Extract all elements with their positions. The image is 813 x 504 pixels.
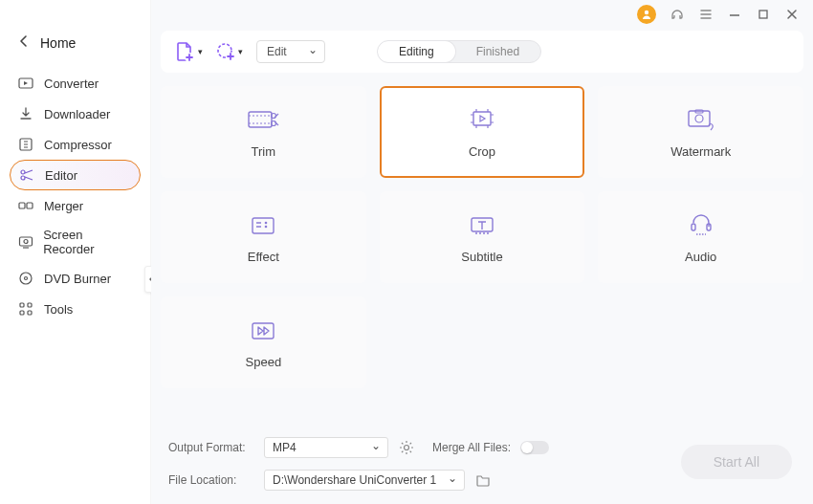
svg-rect-5 — [27, 203, 33, 208]
sidebar-item-screen-recorder[interactable]: Screen Recorder — [0, 221, 150, 263]
window-minimize-icon[interactable] — [727, 7, 742, 22]
card-label: Effect — [248, 250, 279, 264]
chevron-down-icon: ▾ — [238, 47, 243, 56]
file-location-select[interactable]: D:\Wondershare UniConverter 1 — [264, 470, 465, 491]
svg-rect-19 — [249, 112, 272, 127]
window-titlebar — [151, 0, 813, 29]
editor-scissors-icon — [18, 166, 35, 184]
svg-rect-13 — [28, 311, 32, 315]
sidebar-item-label: DVD Burner — [44, 272, 111, 286]
footer-bar: Output Format: MP4 Merge All Files: File… — [151, 427, 813, 504]
sidebar-item-converter[interactable]: Converter — [0, 68, 150, 99]
card-subtitle[interactable]: Subtitle — [380, 191, 585, 283]
tools-grid-icon — [17, 300, 34, 318]
sidebar: Home Converter Downloader Compressor Edi… — [0, 0, 151, 504]
home-label: Home — [40, 35, 76, 51]
home-row[interactable]: Home — [0, 29, 150, 68]
sidebar-item-downloader[interactable]: Downloader — [0, 99, 150, 129]
card-label: Subtitle — [461, 250, 502, 264]
user-avatar-icon[interactable] — [637, 5, 656, 24]
svg-point-33 — [405, 446, 409, 450]
tab-editing[interactable]: Editing — [378, 41, 455, 62]
sidebar-item-label: Merger — [44, 199, 83, 213]
main-area: ▾ ▾ Edit Editing Finished Trim — [151, 0, 813, 504]
compressor-icon — [17, 136, 34, 153]
svg-rect-30 — [692, 224, 695, 230]
output-format-label: Output Format: — [168, 441, 254, 454]
sidebar-item-label: Screen Recorder — [43, 228, 133, 256]
merge-files-label: Merge All Files: — [432, 441, 511, 454]
sidebar-item-label: Tools — [44, 302, 73, 317]
mode-select[interactable]: Edit — [256, 40, 325, 63]
merger-icon — [17, 197, 34, 214]
status-segmented-control: Editing Finished — [377, 40, 541, 63]
effect-icon — [247, 211, 279, 240]
svg-point-28 — [265, 225, 268, 228]
svg-point-8 — [20, 273, 32, 284]
tab-finished[interactable]: Finished — [455, 41, 540, 62]
sidebar-item-label: Compressor — [44, 138, 112, 152]
card-trim[interactable]: Trim — [161, 86, 366, 178]
svg-point-9 — [25, 277, 28, 280]
sidebar-item-editor[interactable]: Editor — [10, 160, 141, 190]
svg-rect-15 — [759, 11, 767, 18]
card-label: Audio — [685, 250, 716, 264]
card-label: Watermark — [670, 144, 731, 159]
sidebar-item-merger[interactable]: Merger — [0, 190, 150, 221]
svg-point-7 — [24, 240, 28, 244]
converter-icon — [17, 75, 34, 92]
add-url-button[interactable]: ▾ — [216, 42, 243, 61]
card-label: Trim — [252, 144, 276, 159]
subtitle-icon — [466, 211, 498, 240]
crop-icon — [466, 106, 498, 135]
editor-toolbar: ▾ ▾ Edit Editing Finished — [161, 31, 803, 73]
merge-files-toggle[interactable] — [520, 441, 549, 454]
svg-point-27 — [265, 221, 268, 224]
svg-point-14 — [645, 11, 648, 14]
card-crop[interactable]: Crop — [380, 86, 585, 178]
svg-rect-4 — [19, 203, 25, 208]
svg-rect-10 — [20, 303, 24, 307]
svg-rect-11 — [28, 303, 32, 307]
svg-point-2 — [21, 170, 25, 174]
svg-point-3 — [21, 176, 25, 180]
sidebar-item-dvd-burner[interactable]: DVD Burner — [0, 263, 150, 294]
window-maximize-icon[interactable] — [756, 7, 771, 22]
card-label: Crop — [469, 144, 495, 159]
card-label: Speed — [246, 355, 282, 369]
watermark-icon — [685, 106, 717, 135]
recorder-icon — [17, 233, 33, 251]
chevron-down-icon: ▾ — [198, 47, 203, 56]
card-speed[interactable]: Speed — [161, 296, 366, 388]
sidebar-item-label: Editor — [45, 168, 77, 183]
svg-rect-12 — [20, 311, 24, 315]
card-effect[interactable]: Effect — [161, 191, 366, 283]
dvd-icon — [17, 270, 34, 287]
sidebar-item-compressor[interactable]: Compressor — [0, 129, 150, 160]
hamburger-menu-icon[interactable] — [698, 7, 714, 22]
sidebar-item-tools[interactable]: Tools — [0, 294, 150, 324]
trim-icon — [247, 106, 279, 135]
open-folder-icon[interactable] — [474, 471, 492, 489]
back-chevron-icon[interactable] — [19, 34, 29, 51]
file-location-label: File Location: — [168, 473, 254, 487]
sidebar-item-label: Downloader — [44, 107, 110, 121]
svg-rect-22 — [473, 112, 491, 125]
downloader-icon — [17, 105, 34, 122]
settings-gear-icon[interactable] — [398, 439, 415, 456]
svg-point-24 — [695, 115, 703, 122]
svg-rect-26 — [253, 218, 274, 233]
card-watermark[interactable]: Watermark — [598, 86, 803, 178]
output-format-select[interactable]: MP4 — [264, 437, 388, 458]
add-file-button[interactable]: ▾ — [174, 41, 203, 62]
audio-icon — [685, 211, 717, 240]
support-headset-icon[interactable] — [670, 7, 685, 22]
editor-card-grid: Trim Crop Watermark Effect Subtitle Audi… — [151, 73, 813, 427]
speed-icon — [247, 317, 279, 345]
svg-rect-6 — [19, 237, 32, 246]
window-close-icon[interactable] — [784, 7, 800, 22]
sidebar-item-label: Converter — [44, 77, 99, 91]
card-audio[interactable]: Audio — [598, 191, 803, 283]
start-all-button[interactable]: Start All — [681, 445, 792, 479]
